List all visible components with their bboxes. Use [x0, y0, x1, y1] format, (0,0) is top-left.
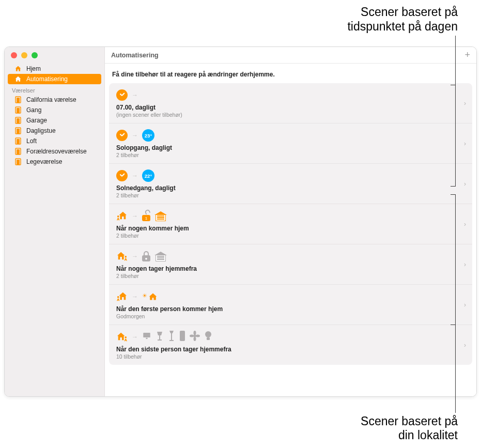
svg-rect-19: [143, 333, 150, 337]
callout-text: Scener baseret på: [361, 5, 458, 19]
callout-text: Scener baseret på: [361, 414, 458, 428]
svg-point-28: [194, 336, 196, 341]
toolbar: Automatisering +: [105, 47, 476, 64]
close-window-button[interactable]: [11, 52, 17, 58]
chevron-right-icon: ›: [464, 100, 466, 107]
automation-row-leave-home[interactable]: → ● Når nogen tager hjemmefra 2 tilbehør…: [109, 244, 472, 285]
row-title: Solopgang, dagligt: [116, 144, 456, 151]
content-area: Automatisering + Få dine tilbehør til at…: [105, 47, 476, 396]
door-icon: [14, 117, 22, 124]
chevron-right-icon: ›: [464, 261, 466, 268]
svg-rect-14: [17, 160, 20, 165]
page-title: Automatisering: [111, 52, 159, 59]
callout-text: din lokalitet: [398, 428, 458, 442]
person-leaves-home-icon: [116, 251, 128, 261]
sidebar-item-room[interactable]: Dagligstue: [8, 126, 101, 136]
svg-point-0: [18, 79, 19, 80]
sidebar-item-room[interactable]: Loft: [8, 136, 101, 146]
lamp-icon: [156, 331, 164, 344]
automation-row-time-0700[interactable]: → 07.00, dagligt (ingen scener eller til…: [109, 83, 472, 123]
lock-closed-icon: ●: [142, 251, 150, 261]
svg-rect-4: [17, 108, 20, 113]
row-subtitle: Godmorgen: [116, 313, 456, 319]
svg-rect-23: [171, 333, 172, 340]
add-automation-button[interactable]: +: [464, 50, 470, 60]
floor-lamp-icon: [168, 330, 175, 344]
door-icon: [14, 158, 22, 165]
door-icon: [14, 148, 22, 155]
sidebar-item-room[interactable]: Garage: [8, 115, 101, 126]
arrow-icon: →: [132, 91, 138, 99]
lightbulb-icon: [204, 331, 212, 344]
app-window: Hjem Automatisering Værelser California …: [4, 47, 477, 397]
automation-row-last-person-leaves[interactable]: →: [109, 325, 472, 365]
arrow-icon: →: [132, 333, 138, 341]
automation-row-sunset[interactable]: → 22° Solnedgang, dagligt 2 tilbehør ›: [109, 164, 472, 204]
person-arrives-home-icon: [116, 291, 128, 302]
svg-point-16: [125, 256, 127, 258]
sidebar-item-label: Dagligstue: [26, 127, 56, 134]
sidebar-item-label: Garage: [26, 117, 47, 124]
automation-list: → 07.00, dagligt (ingen scener eller til…: [109, 83, 472, 365]
chevron-right-icon: ›: [464, 342, 466, 349]
chevron-right-icon: ›: [464, 140, 466, 147]
sidebar-item-home[interactable]: Hjem: [8, 64, 101, 74]
clock-icon: [116, 89, 128, 101]
arrow-icon: →: [132, 253, 138, 260]
sidebar-item-label: Loft: [26, 137, 37, 145]
sidebar-item-label: Legeværelse: [26, 158, 62, 165]
svg-point-29: [190, 334, 194, 337]
clock-icon: [116, 130, 128, 141]
svg-rect-32: [207, 337, 210, 340]
arrow-icon: →: [132, 212, 138, 220]
sidebar-item-label: Automatisering: [26, 75, 68, 83]
svg-point-18: [125, 336, 127, 338]
svg-point-15: [117, 215, 119, 218]
garage-open-icon: [154, 211, 167, 221]
callout-time-of-day: Scener baseret på tidspunktet på dagen: [347, 5, 458, 34]
sidebar-item-label: California værelse: [26, 96, 76, 103]
door-icon: [14, 96, 22, 103]
sidebar-item-label: Gang: [26, 106, 41, 114]
thermostat-icon: 23°: [142, 129, 154, 142]
row-subtitle: 2 tilbehør: [116, 152, 456, 158]
sidebar-item-automation[interactable]: Automatisering: [8, 74, 101, 84]
automation-row-sunrise[interactable]: → 23° Solopgang, dagligt 2 tilbehør ›: [109, 123, 472, 164]
automation-row-arrive-home[interactable]: → 1 Når nogen kommer hjem 2 tilbehør ›: [109, 204, 472, 244]
row-subtitle: 2 tilbehør: [116, 233, 456, 239]
row-subtitle: 2 tilbehør: [116, 273, 456, 279]
svg-rect-10: [17, 139, 20, 144]
speaker-icon: [179, 330, 185, 344]
svg-rect-6: [17, 118, 20, 123]
minimize-window-button[interactable]: [21, 52, 27, 58]
callout-text: tidspunktet på dagen: [347, 20, 458, 33]
row-title: Når den første person kommer hjem: [116, 305, 456, 313]
garage-closed-icon: [154, 252, 167, 261]
row-subtitle: 2 tilbehør: [116, 192, 456, 198]
sidebar-item-room[interactable]: California værelse: [8, 95, 101, 105]
svg-point-27: [194, 331, 196, 335]
row-title: Solnedgang, dagligt: [116, 184, 456, 192]
row-title: Når nogen kommer hjem: [116, 225, 456, 232]
door-icon: [14, 127, 22, 134]
clock-icon: [116, 170, 128, 181]
sidebar-item-label: Hjem: [26, 65, 41, 72]
row-icons: → ☀: [116, 290, 456, 303]
automation-row-first-person-arrives[interactable]: → ☀ Når den første person kommer hjem Go…: [109, 285, 472, 325]
svg-rect-24: [169, 340, 174, 341]
sidebar-item-room[interactable]: Gang: [8, 105, 101, 115]
house-icon: [14, 65, 22, 72]
arrow-icon: →: [132, 172, 138, 179]
door-icon: [14, 137, 22, 145]
window-controls: [5, 50, 104, 64]
sidebar-item-room[interactable]: Legeværelse: [8, 157, 101, 167]
svg-rect-20: [146, 337, 148, 338]
arrow-icon: →: [132, 293, 138, 300]
row-icons: → 1: [116, 209, 456, 223]
fan-icon: [190, 331, 200, 344]
person-leaves-home-icon: [116, 332, 128, 342]
sidebar-item-room[interactable]: Forældresoveværelse: [8, 146, 101, 157]
row-title: Når den sidste person tager hjemmefra: [116, 346, 456, 353]
svg-rect-2: [17, 98, 20, 103]
fullscreen-window-button[interactable]: [32, 52, 38, 58]
